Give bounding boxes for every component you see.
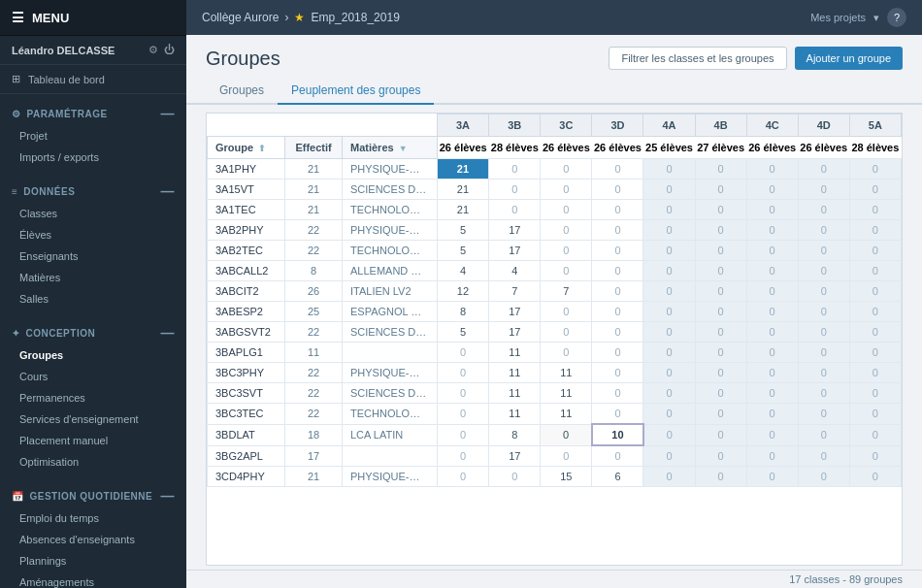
sidebar-item-groupes[interactable]: Groupes xyxy=(0,344,186,366)
cell-value[interactable]: 0 xyxy=(592,404,643,425)
th-groupe[interactable]: Groupe ⬆ xyxy=(208,137,285,159)
cell-value[interactable]: 0 xyxy=(541,424,592,445)
cell-value[interactable]: 0 xyxy=(643,220,695,241)
my-projects-label[interactable]: Mes projets xyxy=(810,12,866,23)
collapse-gestion[interactable]: — xyxy=(161,488,176,504)
cell-value[interactable]: 0 xyxy=(849,159,901,180)
cell-value[interactable]: 0 xyxy=(798,424,849,445)
cell-value[interactable]: 17 xyxy=(489,302,541,322)
cell-value[interactable]: 12 xyxy=(437,281,489,302)
cell-value[interactable]: 0 xyxy=(798,220,849,241)
sidebar-item-cours[interactable]: Cours xyxy=(0,366,186,387)
cell-value[interactable]: 0 xyxy=(592,343,643,363)
cell-value[interactable]: 0 xyxy=(849,322,901,343)
sidebar-item-plannings[interactable]: Plannings xyxy=(0,550,186,572)
cell-value[interactable]: 0 xyxy=(541,302,592,322)
cell-value[interactable]: 0 xyxy=(489,159,541,180)
cell-value[interactable]: 0 xyxy=(643,180,695,200)
user-icons[interactable]: ⚙ ⏻ xyxy=(148,44,175,56)
cell-value[interactable]: 0 xyxy=(643,404,695,425)
cell-value[interactable]: 11 xyxy=(489,363,541,383)
cell-value[interactable]: 0 xyxy=(643,261,695,281)
add-group-button[interactable]: Ajouter un groupe xyxy=(795,47,903,70)
cell-value[interactable]: 17 xyxy=(489,445,541,467)
cell-value[interactable]: 11 xyxy=(489,343,541,363)
cell-value[interactable]: 0 xyxy=(643,302,695,322)
sidebar-item-absences[interactable]: Absences d'enseignants xyxy=(0,529,186,550)
cell-value[interactable]: 0 xyxy=(541,241,592,261)
cell-value[interactable]: 17 xyxy=(489,322,541,343)
cell-value[interactable]: 17 xyxy=(489,220,541,241)
cell-value[interactable]: 0 xyxy=(849,200,901,220)
cell-value[interactable]: 0 xyxy=(798,404,849,425)
cell-value[interactable]: 0 xyxy=(643,445,695,467)
cell-value[interactable]: 0 xyxy=(489,467,541,487)
cell-value[interactable]: 7 xyxy=(489,281,541,302)
cell-value[interactable]: 0 xyxy=(437,404,489,425)
cell-value[interactable]: 0 xyxy=(798,200,849,220)
cell-value[interactable]: 0 xyxy=(695,200,746,220)
cell-value[interactable]: 0 xyxy=(746,200,798,220)
cell-value[interactable]: 0 xyxy=(643,322,695,343)
cell-value[interactable]: 7 xyxy=(541,281,592,302)
collapse-donnees[interactable]: — xyxy=(161,183,176,199)
table-container[interactable]: 3A 3B 3C 3D 4A 4B 4C 4D 5A Groupe ⬆ Effe… xyxy=(206,113,903,566)
cell-value[interactable]: 0 xyxy=(798,445,849,467)
cell-value[interactable]: 0 xyxy=(592,200,643,220)
cell-value[interactable]: 0 xyxy=(592,302,643,322)
cell-value[interactable]: 11 xyxy=(541,383,592,404)
cell-value[interactable]: 0 xyxy=(695,445,746,467)
cell-value[interactable]: 0 xyxy=(437,424,489,445)
cell-value[interactable]: 0 xyxy=(746,302,798,322)
cell-value[interactable]: 0 xyxy=(592,261,643,281)
cell-value[interactable]: 0 xyxy=(695,424,746,445)
filter-button[interactable]: Filtrer les classes et les groupes xyxy=(609,47,786,70)
cell-value[interactable]: 0 xyxy=(541,343,592,363)
cell-value[interactable]: 21 xyxy=(437,180,489,200)
cell-value[interactable]: 0 xyxy=(592,180,643,200)
cell-value[interactable]: 0 xyxy=(798,383,849,404)
tab-peuplement[interactable]: Peuplement des groupes xyxy=(278,78,434,105)
cell-value[interactable]: 0 xyxy=(592,220,643,241)
cell-value[interactable]: 0 xyxy=(746,241,798,261)
power-icon[interactable]: ⏻ xyxy=(164,44,175,56)
cell-value[interactable]: 11 xyxy=(489,383,541,404)
collapse-conception[interactable]: — xyxy=(161,325,176,341)
cell-value[interactable]: 0 xyxy=(849,404,901,425)
cell-value[interactable]: 0 xyxy=(849,241,901,261)
cell-value[interactable]: 17 xyxy=(489,241,541,261)
sidebar-header[interactable]: ☰ MENU xyxy=(0,0,186,36)
cell-value[interactable]: 0 xyxy=(592,383,643,404)
cell-value[interactable]: 0 xyxy=(798,363,849,383)
th-effectif[interactable]: Effectif xyxy=(285,137,343,159)
cell-value[interactable]: 0 xyxy=(849,383,901,404)
cell-value[interactable]: 0 xyxy=(746,445,798,467)
cell-value[interactable]: 0 xyxy=(849,445,901,467)
cell-value[interactable]: 0 xyxy=(798,302,849,322)
cell-value[interactable]: 0 xyxy=(643,343,695,363)
collapse-parametrage[interactable]: — xyxy=(161,106,176,121)
cell-value[interactable]: 0 xyxy=(746,159,798,180)
cell-value[interactable]: 21 xyxy=(437,200,489,220)
tab-groupes[interactable]: Groupes xyxy=(206,78,278,105)
cell-value[interactable]: 0 xyxy=(592,363,643,383)
cell-value[interactable]: 0 xyxy=(437,383,489,404)
cell-value[interactable]: 0 xyxy=(541,322,592,343)
sidebar-item-permanences[interactable]: Permanences xyxy=(0,387,186,408)
cell-value[interactable]: 0 xyxy=(489,180,541,200)
cell-value[interactable]: 0 xyxy=(695,363,746,383)
cell-value[interactable]: 0 xyxy=(437,467,489,487)
cell-value[interactable]: 15 xyxy=(541,467,592,487)
cell-value[interactable]: 0 xyxy=(798,322,849,343)
cell-value[interactable]: 0 xyxy=(798,180,849,200)
cell-value[interactable]: 0 xyxy=(437,445,489,467)
cell-value[interactable]: 4 xyxy=(437,261,489,281)
cell-value[interactable]: 0 xyxy=(849,363,901,383)
sidebar-item-enseignants[interactable]: Enseignants xyxy=(0,245,186,267)
cell-value[interactable]: 0 xyxy=(849,467,901,487)
cell-value[interactable]: 0 xyxy=(695,383,746,404)
cell-value[interactable]: 0 xyxy=(746,404,798,425)
cell-value[interactable]: 0 xyxy=(695,281,746,302)
cell-value[interactable]: 0 xyxy=(541,261,592,281)
cell-value[interactable]: 0 xyxy=(746,424,798,445)
